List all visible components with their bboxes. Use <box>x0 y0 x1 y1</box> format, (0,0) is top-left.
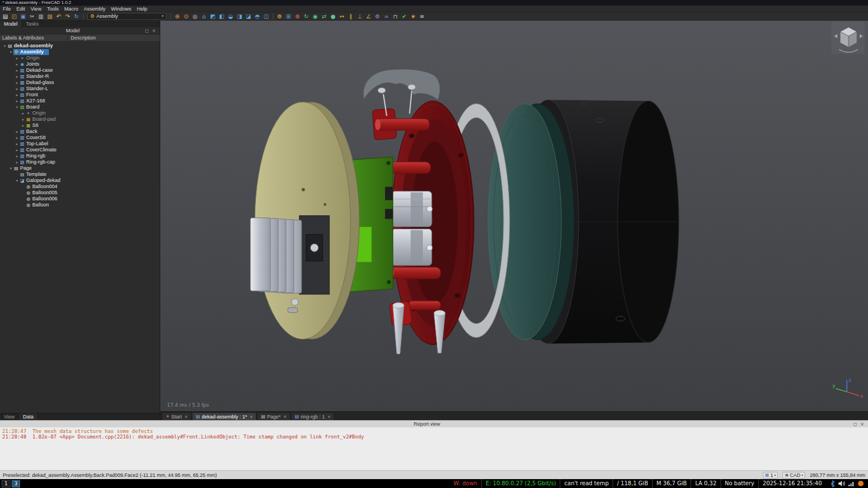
3d-viewport[interactable]: z x y 17.4 ms / 5.3 fps <box>160 21 868 411</box>
tree-item[interactable]: ▤ Template <box>0 171 160 178</box>
exploded-view-button[interactable]: ★ <box>409 13 417 20</box>
tree-expander-icon[interactable]: ▸ <box>14 75 19 79</box>
toggle-grounded-button[interactable]: ⊓ <box>391 13 400 20</box>
menu-assembly[interactable]: Assembly <box>81 6 108 12</box>
undo-button[interactable]: ↶ <box>55 13 63 20</box>
home-view-button[interactable]: ⌂ <box>200 13 208 20</box>
workbench-selector[interactable]: ⚙ Assembly ▾ <box>87 13 166 20</box>
menu-tools[interactable]: Tools <box>44 6 61 12</box>
report-view-log[interactable]: 21:28:47 The mesh data structure has som… <box>0 427 868 470</box>
volume-icon[interactable] <box>838 480 845 487</box>
tree-item[interactable]: ▸ ▧ Stander-L <box>0 86 160 92</box>
dock-float-icon[interactable]: ◻ <box>144 28 151 33</box>
tree-item[interactable]: ▸ ◉ Joints <box>0 61 160 67</box>
bottom-view-button[interactable]: ◓ <box>253 13 262 20</box>
new-file-button[interactable]: ▤ <box>1 13 9 20</box>
tree-item[interactable]: ▾ ▧ Board <box>0 104 160 110</box>
menu-macro[interactable]: Macro <box>61 6 81 12</box>
belt-joint-button[interactable]: ∞ <box>382 13 391 20</box>
tree-expander-icon[interactable]: ▸ <box>14 81 19 85</box>
part-glass-disc[interactable] <box>488 103 574 339</box>
tab-ring-rgb[interactable]: ▤ ring-rgb : 1 × <box>291 412 334 420</box>
tree-item[interactable]: ▸ ▧ Dekad-glass <box>0 80 160 86</box>
tree-expander-icon[interactable]: ▸ <box>14 56 19 61</box>
tree-item[interactable]: ▾ ▤ Page <box>0 165 160 171</box>
perpendicular-joint-button[interactable]: ⊥ <box>356 13 364 20</box>
tree-expander-icon[interactable]: ▸ <box>14 148 19 152</box>
menu-file[interactable]: File <box>0 6 14 12</box>
bluetooth-icon[interactable] <box>830 480 835 487</box>
tab-tasks[interactable]: Tasks <box>22 21 43 27</box>
fixed-joint-button[interactable]: ⊗ <box>293 13 302 20</box>
navigation-style-selector[interactable]: ◉ CAD ▾ <box>782 472 805 479</box>
tree-item[interactable]: ◍ Balloon006 <box>0 196 160 202</box>
tree-expander-icon[interactable]: ▸ <box>14 87 19 91</box>
close-icon[interactable]: × <box>328 414 331 420</box>
panel-titlebar[interactable]: Model ◻ × <box>0 27 160 34</box>
close-icon[interactable]: × <box>283 414 286 420</box>
tree-item[interactable]: ▸ ▧ Ring-rgb-cap <box>0 159 160 165</box>
active-view-selector[interactable]: ▦ 1 ▾ <box>763 472 778 479</box>
ball-joint-button[interactable]: ● <box>329 13 337 20</box>
angle-joint-button[interactable]: ∠ <box>364 13 373 20</box>
tree-item[interactable]: ▸ ▧ Top-Label <box>0 141 160 147</box>
tree-item[interactable]: ▸ ▧ Ring-rgb <box>0 153 160 159</box>
tree-expander-icon[interactable]: ▸ <box>21 111 26 116</box>
tree-item[interactable]: ▾ ◪ Galoped-dekad <box>0 178 160 184</box>
tree-item[interactable]: ▸ ▧ X27-168 <box>0 98 160 104</box>
slider-joint-button[interactable]: ⇄ <box>320 13 328 20</box>
workspace-3[interactable]: 3 <box>12 480 21 487</box>
open-file-button[interactable]: ◰ <box>10 13 18 20</box>
copy-button[interactable]: ▥ <box>37 13 45 20</box>
tree-item[interactable]: ▸ ▧ Stander-R <box>0 73 160 80</box>
report-close-icon[interactable]: × <box>859 422 866 427</box>
revolute-joint-button[interactable]: ↻ <box>302 13 310 20</box>
tree-item[interactable]: ▾ ⚙ Assembly <box>0 49 160 55</box>
tree-expander-icon[interactable]: ▾ <box>8 50 13 55</box>
tree-expander-icon[interactable]: ▸ <box>14 130 19 134</box>
tree-expander-icon[interactable]: ▸ <box>14 99 19 103</box>
menu-view[interactable]: View <box>28 6 44 12</box>
workspace-1[interactable]: 1 <box>2 480 11 487</box>
top-view-button[interactable]: ◒ <box>226 13 235 20</box>
rear-view-button[interactable]: ◪ <box>244 13 253 20</box>
gears-joint-button[interactable]: ⚙ <box>373 13 382 20</box>
tree-expander-icon[interactable]: ▸ <box>14 68 19 73</box>
left-view-button[interactable]: ◫ <box>262 13 270 20</box>
tree-expander-icon[interactable]: ▸ <box>14 142 19 146</box>
tree-expander-icon[interactable]: ▸ <box>21 124 26 128</box>
model-tree[interactable]: ▾ ▤ dekad-assembly ▾ ⚙ Assembly ▸ ⌖ Orig… <box>0 42 160 413</box>
tree-expander-icon[interactable]: ▾ <box>2 44 7 48</box>
tree-item[interactable]: ▸ ▧ Back <box>0 129 160 135</box>
network-signal-icon[interactable] <box>848 480 855 487</box>
draw-style-button[interactable]: ◎ <box>191 13 199 20</box>
tree-item[interactable]: ◍ Balloon004 <box>0 184 160 190</box>
tree-item[interactable]: ◍ Balloon <box>0 202 160 208</box>
tree-expander-icon[interactable]: ▾ <box>14 105 19 110</box>
create-assembly-button[interactable]: ⚙ <box>275 13 284 20</box>
tree-item[interactable]: ▸ ▧ Front <box>0 92 160 98</box>
tree-item[interactable]: ▸ ▧ CoverS8 <box>0 135 160 141</box>
navigation-cube[interactable] <box>831 22 865 54</box>
tree-expander-icon[interactable]: ▸ <box>14 160 19 165</box>
tree-column-header[interactable]: Labels & Attributes Description <box>0 34 160 42</box>
tree-expander-icon[interactable]: ▸ <box>14 136 19 140</box>
tab-view[interactable]: View <box>0 413 19 420</box>
tree-item[interactable]: ▸ ▦ Board-pad <box>0 116 160 122</box>
paste-button[interactable]: ▨ <box>46 13 54 20</box>
tree-item[interactable]: ▸ ▧ Dekad-case <box>0 67 160 73</box>
tree-item[interactable]: ▸ ⌖ Origin <box>0 55 160 61</box>
dock-close-icon[interactable]: × <box>150 28 157 33</box>
refresh-button[interactable]: ↻ <box>72 13 81 20</box>
menu-help[interactable]: Help <box>134 6 150 12</box>
tab-page[interactable]: ▤ Page* × <box>257 412 290 420</box>
parallel-joint-button[interactable]: ∥ <box>347 13 355 20</box>
tree-expander-icon[interactable]: ▸ <box>14 62 19 67</box>
isometric-view-button[interactable]: ◩ <box>209 13 217 20</box>
report-view-titlebar[interactable]: Report view ◻ × <box>0 420 868 427</box>
redo-button[interactable]: ↷ <box>63 13 72 20</box>
close-icon[interactable]: × <box>185 414 188 420</box>
tray-app-icon[interactable] <box>857 480 864 487</box>
tree-expander-icon[interactable]: ▾ <box>8 166 13 171</box>
fit-all-button[interactable]: ⊕ <box>173 13 181 20</box>
